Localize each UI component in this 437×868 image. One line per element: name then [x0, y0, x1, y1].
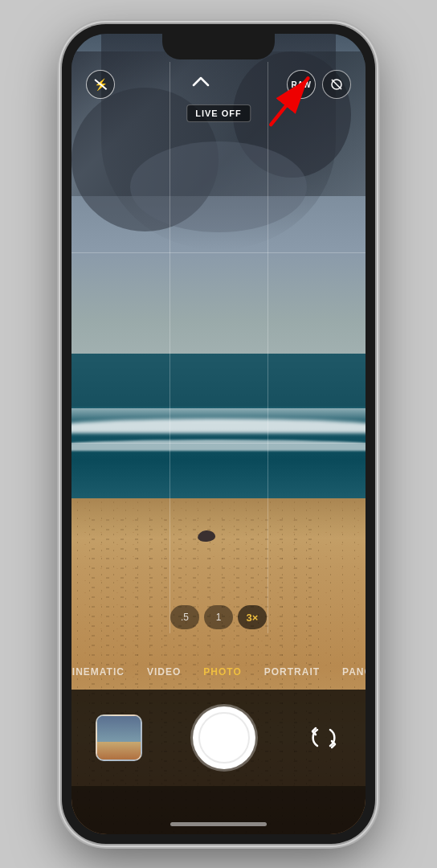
mode-portrait[interactable]: PORTRAIT [264, 666, 320, 678]
mode-pano[interactable]: PANO [342, 666, 366, 678]
chevron-up-icon [192, 76, 210, 87]
mode-cinematic[interactable]: CINEMATIC [71, 666, 125, 678]
flip-camera-icon [311, 725, 337, 751]
flip-camera-button[interactable] [306, 720, 341, 755]
live-off-text: LIVE OFF [195, 108, 242, 118]
zoom-3x-button[interactable]: 3× [238, 605, 267, 629]
live-photo-off-icon [330, 78, 343, 91]
screen: ⚡ RAW [71, 34, 366, 834]
zoom-05-label: .5 [181, 612, 189, 623]
live-off-badge: LIVE OFF [186, 104, 251, 122]
camera-mode-strip: CINEMATIC VIDEO PHOTO PORTRAIT PANO [71, 657, 366, 686]
phone-frame: ⚡ RAW [62, 24, 375, 844]
top-controls: ⚡ RAW [71, 64, 366, 104]
shutter-button[interactable] [193, 706, 255, 769]
zoom-3x-label: 3× [247, 612, 259, 624]
thumbnail-sky [97, 716, 141, 742]
bottom-safe-area [71, 786, 366, 834]
flash-button[interactable]: ⚡ [86, 70, 115, 99]
thumbnail-sand [97, 742, 141, 760]
photo-thumbnail[interactable] [96, 714, 142, 761]
mode-video[interactable]: VIDEO [147, 666, 181, 678]
zoom-1x-label: 1 [216, 612, 222, 623]
bottom-controls [71, 690, 366, 786]
flash-off-icon: ⚡ [94, 78, 108, 91]
notch [162, 34, 275, 59]
home-indicator [170, 822, 267, 826]
raw-label: RAW [292, 80, 312, 89]
raw-button[interactable]: RAW [287, 70, 316, 99]
zoom-controls: .5 1 3× [170, 605, 267, 629]
mode-photo[interactable]: PHOTO [203, 666, 241, 678]
zoom-1x-button[interactable]: 1 [204, 605, 233, 629]
live-photo-button[interactable] [322, 70, 351, 99]
zoom-05-button[interactable]: .5 [170, 605, 199, 629]
chevron-up-button[interactable] [192, 74, 210, 91]
